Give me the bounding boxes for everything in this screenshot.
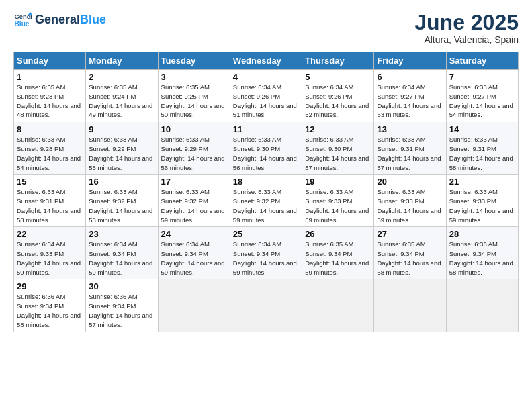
svg-text:Blue: Blue (15, 20, 30, 28)
day-number: 27 (377, 229, 443, 239)
table-cell: 19Sunrise: 6:33 AMSunset: 9:33 PMDayligh… (302, 175, 374, 227)
table-cell: 13Sunrise: 6:33 AMSunset: 9:31 PMDayligh… (374, 122, 446, 175)
day-number: 18 (233, 177, 299, 187)
table-cell (446, 279, 518, 332)
day-info: Sunrise: 6:33 AMSunset: 9:31 PMDaylight:… (17, 187, 83, 224)
table-cell: 30Sunrise: 6:36 AMSunset: 9:34 PMDayligh… (86, 279, 158, 332)
table-cell: 5Sunrise: 6:34 AMSunset: 9:26 PMDaylight… (302, 70, 374, 122)
table-cell: 4Sunrise: 6:34 AMSunset: 9:26 PMDaylight… (230, 70, 302, 122)
table-cell: 23Sunrise: 6:34 AMSunset: 9:34 PMDayligh… (86, 227, 158, 279)
table-row: 1Sunrise: 6:35 AMSunset: 9:23 PMDaylight… (14, 70, 519, 122)
page: General Blue GeneralBlue June 2025 Altur… (0, 0, 532, 411)
table-cell (158, 279, 230, 332)
day-info: Sunrise: 6:36 AMSunset: 9:34 PMDaylight:… (89, 292, 154, 329)
table-cell: 14Sunrise: 6:33 AMSunset: 9:31 PMDayligh… (446, 122, 518, 175)
day-info: Sunrise: 6:33 AMSunset: 9:30 PMDaylight:… (233, 135, 299, 172)
col-saturday: Saturday (446, 52, 518, 70)
day-info: Sunrise: 6:34 AMSunset: 9:34 PMDaylight:… (89, 240, 154, 277)
table-cell: 16Sunrise: 6:33 AMSunset: 9:32 PMDayligh… (86, 175, 158, 227)
table-row: 8Sunrise: 6:33 AMSunset: 9:28 PMDaylight… (14, 122, 519, 175)
day-info: Sunrise: 6:34 AMSunset: 9:34 PMDaylight:… (233, 240, 299, 277)
day-number: 19 (305, 177, 371, 187)
day-info: Sunrise: 6:33 AMSunset: 9:31 PMDaylight:… (377, 135, 443, 172)
day-number: 21 (449, 177, 515, 187)
day-number: 22 (17, 229, 83, 239)
calendar-subtitle: Altura, Valencia, Spain (414, 34, 519, 45)
day-info: Sunrise: 6:33 AMSunset: 9:33 PMDaylight:… (449, 187, 515, 224)
day-number: 17 (161, 177, 227, 187)
table-cell: 24Sunrise: 6:34 AMSunset: 9:34 PMDayligh… (158, 227, 230, 279)
day-info: Sunrise: 6:34 AMSunset: 9:34 PMDaylight:… (161, 240, 227, 277)
col-wednesday: Wednesday (230, 52, 302, 70)
day-info: Sunrise: 6:34 AMSunset: 9:27 PMDaylight:… (377, 83, 443, 120)
table-cell (302, 279, 374, 332)
day-number: 24 (161, 229, 227, 239)
day-info: Sunrise: 6:34 AMSunset: 9:26 PMDaylight:… (233, 83, 299, 120)
table-cell: 3Sunrise: 6:35 AMSunset: 9:25 PMDaylight… (158, 70, 230, 122)
day-info: Sunrise: 6:33 AMSunset: 9:30 PMDaylight:… (305, 135, 371, 172)
day-info: Sunrise: 6:33 AMSunset: 9:33 PMDaylight:… (377, 187, 443, 224)
day-number: 20 (377, 177, 443, 187)
day-number: 5 (305, 72, 371, 82)
table-cell: 11Sunrise: 6:33 AMSunset: 9:30 PMDayligh… (230, 122, 302, 175)
day-info: Sunrise: 6:35 AMSunset: 9:34 PMDaylight:… (377, 240, 443, 277)
day-info: Sunrise: 6:35 AMSunset: 9:25 PMDaylight:… (161, 83, 227, 120)
table-cell (230, 279, 302, 332)
day-number: 11 (233, 124, 299, 134)
day-info: Sunrise: 6:35 AMSunset: 9:24 PMDaylight:… (89, 83, 154, 120)
table-cell: 29Sunrise: 6:36 AMSunset: 9:34 PMDayligh… (14, 279, 86, 332)
day-info: Sunrise: 6:33 AMSunset: 9:27 PMDaylight:… (449, 83, 515, 120)
table-cell: 26Sunrise: 6:35 AMSunset: 9:34 PMDayligh… (302, 227, 374, 279)
table-cell: 7Sunrise: 6:33 AMSunset: 9:27 PMDaylight… (446, 70, 518, 122)
table-cell: 12Sunrise: 6:33 AMSunset: 9:30 PMDayligh… (302, 122, 374, 175)
day-info: Sunrise: 6:33 AMSunset: 9:32 PMDaylight:… (233, 187, 299, 224)
day-number: 7 (449, 72, 515, 82)
day-number: 3 (161, 72, 227, 82)
day-info: Sunrise: 6:33 AMSunset: 9:32 PMDaylight:… (161, 187, 227, 224)
day-number: 15 (17, 177, 83, 187)
logo-icon: General Blue (13, 11, 32, 30)
day-info: Sunrise: 6:36 AMSunset: 9:34 PMDaylight:… (449, 240, 515, 277)
day-info: Sunrise: 6:33 AMSunset: 9:31 PMDaylight:… (449, 135, 515, 172)
table-cell: 2Sunrise: 6:35 AMSunset: 9:24 PMDaylight… (86, 70, 158, 122)
day-number: 6 (377, 72, 443, 82)
table-row: 15Sunrise: 6:33 AMSunset: 9:31 PMDayligh… (14, 175, 519, 227)
day-info: Sunrise: 6:34 AMSunset: 9:26 PMDaylight:… (305, 83, 371, 120)
day-info: Sunrise: 6:33 AMSunset: 9:29 PMDaylight:… (161, 135, 227, 172)
logo: General Blue GeneralBlue (13, 11, 106, 30)
day-info: Sunrise: 6:33 AMSunset: 9:28 PMDaylight:… (17, 135, 83, 172)
day-number: 26 (305, 229, 371, 239)
day-info: Sunrise: 6:34 AMSunset: 9:33 PMDaylight:… (17, 240, 83, 277)
calendar-table: Sunday Monday Tuesday Wednesday Thursday… (13, 52, 519, 332)
day-number: 2 (89, 72, 154, 82)
day-number: 28 (449, 229, 515, 239)
table-cell: 21Sunrise: 6:33 AMSunset: 9:33 PMDayligh… (446, 175, 518, 227)
day-info: Sunrise: 6:33 AMSunset: 9:32 PMDaylight:… (89, 187, 154, 224)
day-number: 12 (305, 124, 371, 134)
day-number: 14 (449, 124, 515, 134)
table-cell: 10Sunrise: 6:33 AMSunset: 9:29 PMDayligh… (158, 122, 230, 175)
day-number: 16 (89, 177, 154, 187)
col-friday: Friday (374, 52, 446, 70)
table-row: 22Sunrise: 6:34 AMSunset: 9:33 PMDayligh… (14, 227, 519, 279)
col-monday: Monday (86, 52, 158, 70)
table-row: 29Sunrise: 6:36 AMSunset: 9:34 PMDayligh… (14, 279, 519, 332)
table-cell: 1Sunrise: 6:35 AMSunset: 9:23 PMDaylight… (14, 70, 86, 122)
col-thursday: Thursday (302, 52, 374, 70)
day-number: 10 (161, 124, 227, 134)
day-number: 29 (17, 281, 83, 291)
table-cell: 20Sunrise: 6:33 AMSunset: 9:33 PMDayligh… (374, 175, 446, 227)
table-cell: 28Sunrise: 6:36 AMSunset: 9:34 PMDayligh… (446, 227, 518, 279)
day-info: Sunrise: 6:33 AMSunset: 9:33 PMDaylight:… (305, 187, 371, 224)
col-tuesday: Tuesday (158, 52, 230, 70)
table-cell: 22Sunrise: 6:34 AMSunset: 9:33 PMDayligh… (14, 227, 86, 279)
day-number: 13 (377, 124, 443, 134)
day-info: Sunrise: 6:33 AMSunset: 9:29 PMDaylight:… (89, 135, 154, 172)
day-number: 4 (233, 72, 299, 82)
day-info: Sunrise: 6:35 AMSunset: 9:23 PMDaylight:… (17, 83, 83, 120)
day-info: Sunrise: 6:35 AMSunset: 9:34 PMDaylight:… (305, 240, 371, 277)
table-cell: 15Sunrise: 6:33 AMSunset: 9:31 PMDayligh… (14, 175, 86, 227)
header: General Blue GeneralBlue June 2025 Altur… (13, 11, 519, 45)
table-cell: 8Sunrise: 6:33 AMSunset: 9:28 PMDaylight… (14, 122, 86, 175)
table-cell (374, 279, 446, 332)
